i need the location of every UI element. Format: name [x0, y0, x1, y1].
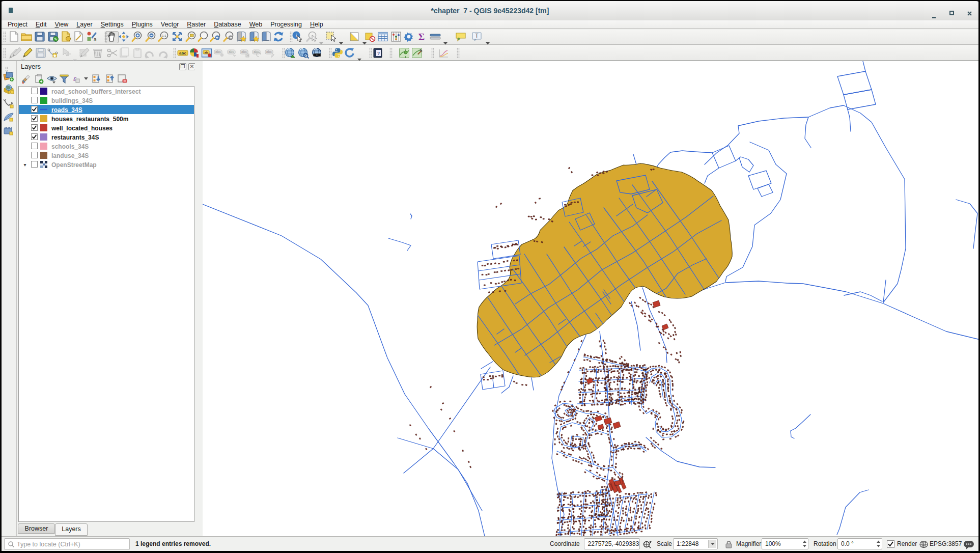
svg-text:a: a [94, 37, 97, 42]
svg-text:abc: abc [266, 50, 272, 53]
svg-text:ab: ab [204, 51, 208, 54]
svg-text:abc: abc [241, 50, 247, 53]
svg-text:abc: abc [254, 50, 260, 53]
svg-text:abc: abc [215, 50, 221, 53]
svg-text:abc: abc [179, 51, 186, 56]
svg-text:1:1: 1:1 [162, 34, 166, 37]
svg-text:✎: ✎ [54, 37, 58, 42]
svg-text:i: i [295, 32, 297, 38]
svg-text:?: ? [377, 51, 380, 56]
svg-text:T: T [475, 33, 478, 39]
svg-text:Σ: Σ [418, 32, 425, 42]
svg-text:abc: abc [229, 50, 235, 53]
